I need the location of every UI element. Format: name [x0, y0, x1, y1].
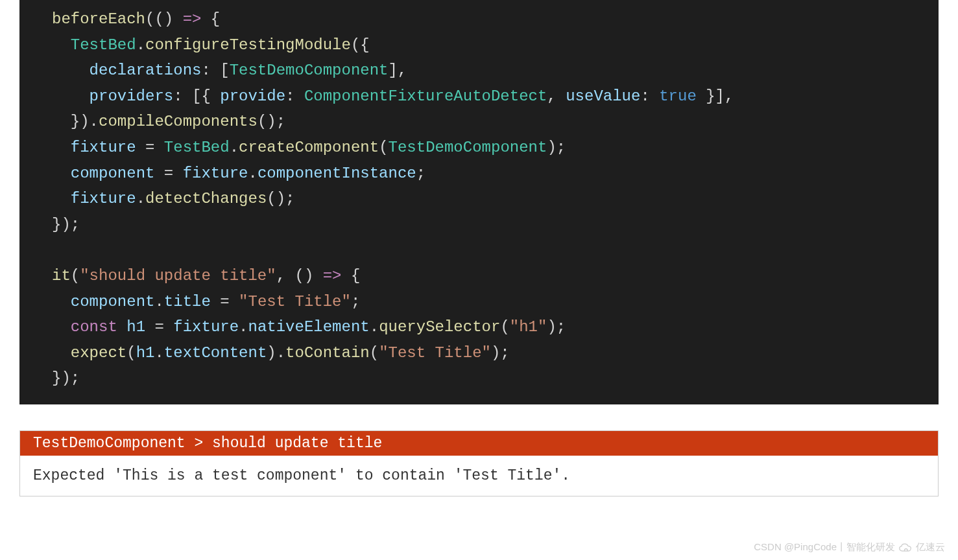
test-failure-header: TestDemoComponent > should update title [20, 431, 938, 456]
code-editor[interactable]: beforeEach(() => { TestBed.configureTest… [19, 0, 939, 404]
code-line[interactable]: it("should update title", () => { [52, 263, 926, 289]
code-line[interactable]: expect(h1.textContent).toContain("Test T… [52, 340, 926, 366]
cloud-icon [899, 543, 912, 552]
test-failure-message: Expected 'This is a test component' to c… [20, 456, 938, 496]
code-line[interactable]: }).compileComponents(); [52, 109, 926, 135]
test-output-panel: TestDemoComponent > should update title … [19, 430, 939, 496]
code-line[interactable]: providers: [{ provide: ComponentFixtureA… [52, 84, 926, 110]
watermark: CSDN @PingCode丨智能化研发 亿速云 [754, 541, 945, 554]
code-line[interactable]: }); [52, 212, 926, 238]
code-line[interactable]: }); [52, 366, 926, 391]
code-line[interactable]: const h1 = fixture.nativeElement.querySe… [52, 314, 926, 340]
code-line[interactable]: TestBed.configureTestingModule({ [52, 32, 926, 58]
code-line[interactable]: fixture.detectChanges(); [52, 186, 926, 212]
watermark-brand: 亿速云 [916, 541, 945, 554]
code-line[interactable] [52, 237, 926, 263]
code-line[interactable]: beforeEach(() => { [52, 6, 926, 32]
code-line[interactable]: component = fixture.componentInstance; [52, 161, 926, 187]
code-line[interactable]: fixture = TestBed.createComponent(TestDe… [52, 135, 926, 161]
code-line[interactable]: component.title = "Test Title"; [52, 289, 926, 315]
code-line[interactable]: declarations: [TestDemoComponent], [52, 58, 926, 84]
watermark-csdn: CSDN @PingCode丨智能化研发 [754, 541, 895, 554]
